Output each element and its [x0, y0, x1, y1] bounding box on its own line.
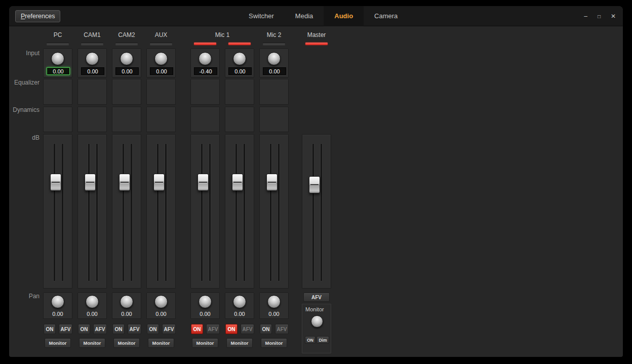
fader-track[interactable] [270, 144, 271, 281]
pan-value: 0.00 [112, 311, 141, 317]
afv-button[interactable]: AFV [128, 324, 141, 334]
input-panel: -0.40 [190, 49, 220, 77]
channel-meter [81, 43, 103, 45]
monitor-on-button[interactable]: ON [305, 336, 315, 344]
input-gain-knob[interactable] [267, 52, 281, 65]
fader-track[interactable] [201, 144, 203, 281]
fader-track[interactable] [235, 144, 237, 281]
fader-handle[interactable] [153, 174, 165, 191]
pan-panel: 0.00 [43, 293, 72, 319]
monitor-button[interactable]: Monitor [148, 338, 174, 348]
dynamics-panel[interactable] [225, 107, 254, 132]
equalizer-panel[interactable] [43, 79, 72, 105]
row-label-dynamics: Dynamics [9, 106, 40, 113]
pan-knob[interactable] [120, 295, 133, 308]
pan-knob[interactable] [267, 295, 281, 308]
fader-handle[interactable] [85, 174, 96, 191]
tab-media[interactable]: Media [285, 6, 324, 26]
maximize-icon[interactable]: □ [598, 14, 601, 19]
afv-button[interactable]: AFV [275, 324, 289, 334]
on-button[interactable]: ON [260, 324, 272, 334]
tab-switcher[interactable]: Switcher [238, 6, 285, 26]
afv-button[interactable]: AFV [241, 324, 254, 334]
fader-panel [77, 134, 107, 289]
preferences-button[interactable]: Preferences [15, 10, 60, 22]
on-button[interactable]: ON [191, 324, 203, 334]
dynamics-panel[interactable] [112, 107, 141, 132]
equalizer-panel[interactable] [190, 79, 220, 105]
tab-audio[interactable]: Audio [324, 6, 364, 26]
monitor-button[interactable]: Monitor [226, 338, 253, 348]
afv-button[interactable]: AFV [59, 324, 72, 334]
fader-handle[interactable] [50, 174, 61, 191]
input-panel: 0.00 [43, 49, 72, 77]
monitor-button[interactable]: Monitor [113, 338, 140, 348]
pan-knob[interactable] [154, 295, 168, 308]
fader-handle[interactable] [198, 174, 209, 191]
equalizer-panel[interactable] [225, 79, 254, 105]
input-gain-value[interactable]: 0.00 [47, 67, 70, 75]
input-gain-value[interactable]: 0.00 [115, 67, 139, 75]
equalizer-panel[interactable] [259, 79, 289, 105]
on-button[interactable]: ON [44, 324, 56, 334]
monitor-button[interactable]: Monitor [261, 338, 287, 348]
tab-bar: Switcher Media Audio Camera [238, 6, 408, 26]
dynamics-panel[interactable] [77, 107, 107, 132]
fader-track[interactable] [88, 144, 90, 281]
input-gain-knob[interactable] [199, 52, 212, 65]
on-button[interactable]: ON [225, 324, 238, 334]
fader-track[interactable] [123, 144, 124, 281]
dynamics-panel[interactable] [190, 107, 220, 132]
afv-button[interactable]: AFV [93, 324, 107, 334]
monitor-level-knob[interactable] [311, 315, 323, 328]
dynamics-panel[interactable] [146, 107, 176, 132]
close-icon[interactable]: ✕ [611, 13, 616, 20]
fader-handle[interactable] [266, 174, 278, 191]
input-gain-knob[interactable] [233, 52, 246, 65]
input-gain-knob[interactable] [154, 52, 168, 65]
monitor-button[interactable]: Monitor [79, 338, 105, 348]
pan-knob[interactable] [86, 295, 99, 308]
minimize-icon[interactable]: – [584, 13, 587, 20]
input-gain-value[interactable]: -0.40 [194, 67, 217, 75]
on-button[interactable]: ON [78, 324, 90, 334]
input-gain-knob[interactable] [120, 52, 133, 65]
monitor-button[interactable]: Monitor [192, 338, 218, 348]
fader-handle[interactable] [119, 174, 130, 191]
channel-label: AUX [146, 31, 176, 38]
fader-track[interactable] [54, 144, 55, 281]
fader-track[interactable] [157, 144, 159, 281]
monitor-dim-button[interactable]: Dim [317, 336, 329, 344]
afv-button[interactable]: AFV [206, 324, 220, 334]
master-afv-button[interactable]: AFV [303, 293, 330, 302]
pan-panel: 0.00 [112, 293, 141, 319]
input-gain-knob[interactable] [51, 52, 64, 65]
fader-handle[interactable] [232, 174, 243, 191]
afv-button[interactable]: AFV [162, 324, 176, 334]
on-button[interactable]: ON [112, 324, 125, 334]
pan-knob[interactable] [51, 295, 64, 308]
dynamics-panel[interactable] [43, 107, 72, 132]
input-gain-value[interactable]: 0.00 [228, 67, 252, 75]
equalizer-panel[interactable] [77, 79, 107, 105]
channel-meter [115, 43, 138, 45]
tab-camera[interactable]: Camera [364, 6, 408, 26]
pan-knob[interactable] [199, 295, 212, 308]
pan-panel: 0.00 [146, 293, 176, 319]
equalizer-panel[interactable] [146, 79, 176, 105]
equalizer-panel[interactable] [112, 79, 141, 105]
dynamics-panel[interactable] [259, 107, 289, 132]
input-gain-value[interactable]: 0.00 [263, 67, 286, 75]
master-fader-panel [302, 134, 331, 289]
master-fader-handle[interactable] [309, 176, 320, 193]
pan-value: 0.00 [191, 311, 219, 317]
fader-track[interactable] [312, 144, 314, 281]
app-window: Preferences Switcher Media Audio Camera … [9, 6, 623, 357]
pan-knob[interactable] [233, 295, 246, 308]
input-gain-value[interactable]: 0.00 [81, 67, 104, 75]
monitor-button[interactable]: Monitor [45, 338, 71, 348]
master-meter [305, 43, 328, 45]
on-button[interactable]: ON [147, 324, 159, 334]
input-gain-knob[interactable] [86, 52, 99, 65]
input-gain-value[interactable]: 0.00 [150, 67, 173, 75]
